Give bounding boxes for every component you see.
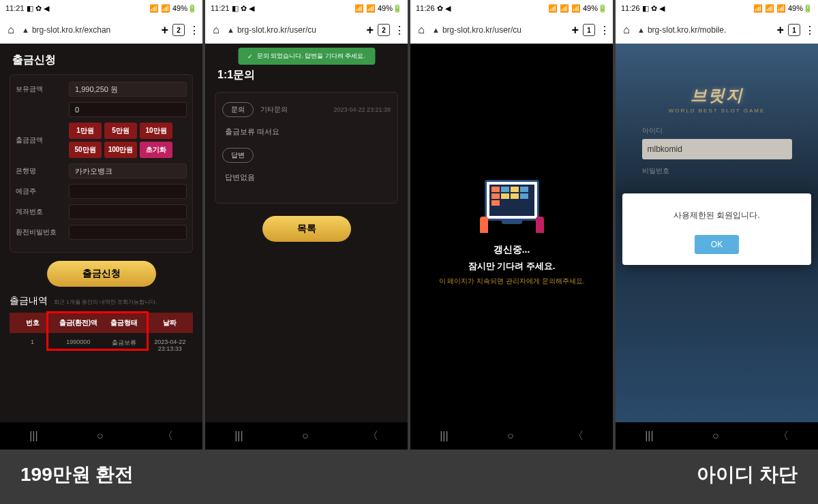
url-bar[interactable]: ▲brg-slot.kro.kr/user/cu (432, 25, 567, 35)
page-title: 출금신청 (10, 49, 193, 74)
amount-btn-10[interactable]: 10만원 (140, 123, 172, 139)
warning-icon: ▲ (227, 26, 234, 34)
status-time: 11:21 (5, 4, 25, 12)
amount-btn-100[interactable]: 100만원 (104, 142, 137, 158)
nav-home[interactable]: ○ (507, 430, 514, 442)
nav-recent[interactable]: ||| (234, 430, 243, 442)
check-icon: ✓ (247, 53, 253, 60)
bank-input[interactable]: 카카오뱅크 (69, 163, 187, 178)
pw-label: 비밀번호 (642, 166, 792, 176)
new-tab-icon[interactable]: + (161, 23, 168, 37)
history-section: 출금내역 최근 1개월 동안의 내역만 조회가능합니다. 번호 출금(환전)액 … (10, 295, 193, 358)
person-icon (536, 217, 544, 233)
status-bar: 11:21 ◧ ✿ ◀ 📶 📶 49%🔋 (0, 0, 202, 16)
tab-count[interactable]: 1 (583, 24, 595, 36)
th-no: 번호 (10, 313, 55, 333)
nav-home[interactable]: ○ (97, 430, 104, 442)
inquiry-message: 출금보류 떠서요 (222, 127, 391, 137)
nav-recent[interactable]: ||| (440, 430, 448, 442)
modal-ok-button[interactable]: OK (695, 235, 739, 254)
new-tab-icon[interactable]: + (776, 23, 784, 37)
nav-back[interactable]: 〈 (367, 429, 378, 443)
amount-label: 출금금액 (16, 136, 63, 145)
phone-screen-4: 11:26 ◧ ✿ ◀ 📶 📶 📶 49%🔋 ⌂ ▲brg-slot.kro.k… (616, 0, 818, 450)
amount-btn-50[interactable]: 50만원 (69, 142, 102, 158)
status-icons-right: 📶 📶 📶 49%🔋 (548, 4, 607, 13)
caption-left: 199만원 환전 (20, 462, 134, 488)
submit-button[interactable]: 출금신청 (47, 261, 156, 287)
loading-text: 갱신중... (494, 244, 530, 256)
status-icons-right: 📶 📶 49%🔋 (149, 4, 197, 13)
inquiry-page: ✓ 문의 되었습니다. 답변을 기다려 주세요. 1:1문의 문의 기타문의 2… (205, 44, 408, 422)
bank-label: 은행명 (16, 166, 63, 176)
caption-right: 아이디 차단 (697, 462, 798, 488)
page-title: 1:1문의 (215, 64, 398, 92)
new-tab-icon[interactable]: + (571, 23, 579, 37)
toast-message: ✓ 문의 되었습니다. 답변을 기다려 주세요. (238, 48, 375, 65)
amount-btn-1[interactable]: 1만원 (69, 123, 102, 139)
person-icon (480, 217, 488, 233)
browser-bar: ⌂ ▲brg-slot.kro.kr/exchan + 2 ⋮ (0, 16, 202, 44)
nav-recent[interactable]: ||| (29, 430, 37, 442)
loading-page: 갱신중... 잠시만 기다려 주세요. 이 페이지가 지속되면 관리자에게 문의… (410, 44, 613, 422)
nav-back[interactable]: 〈 (778, 429, 789, 443)
nav-home[interactable]: ○ (302, 430, 309, 442)
list-button[interactable]: 목록 (262, 216, 351, 242)
amount-btn-reset[interactable]: 초기화 (140, 142, 172, 158)
new-tab-icon[interactable]: + (366, 23, 374, 37)
loading-illustration (474, 180, 549, 234)
home-icon[interactable]: ⌂ (414, 23, 428, 37)
url-bar[interactable]: ▲brg-slot.kro.kr/user/cu (227, 25, 362, 35)
nav-recent[interactable]: ||| (645, 430, 653, 442)
withdraw-form: 보유금액 1,990,250 원 0 출금금액 1만원 5만원 10만원 50만… (10, 74, 193, 253)
home-icon[interactable]: ⌂ (4, 23, 18, 37)
url-text: brg-slot.kro.kr/exchan (32, 25, 110, 35)
nav-bar: ||| ○ 〈 (0, 422, 202, 450)
pwd-input[interactable] (69, 225, 187, 240)
tab-count[interactable]: 2 (378, 24, 390, 36)
status-icons-right: 📶 📶 📶 49%🔋 (753, 4, 813, 13)
browser-bar: ⌂ ▲brg-slot.kro.kr/mobile. + 1 ⋮ (616, 16, 818, 44)
login-form: 아이디 비밀번호 (642, 126, 792, 179)
url-bar[interactable]: ▲brg-slot.kro.kr/exchan (22, 25, 157, 35)
status-icons-left: ◧ ✿ ◀ (27, 4, 49, 13)
status-icons-right: 📶 📶 49%🔋 (354, 4, 402, 13)
home-icon[interactable]: ⌂ (620, 23, 633, 37)
phone-screen-1: 11:21 ◧ ✿ ◀ 📶 📶 49%🔋 ⌂ ▲brg-slot.kro.kr/… (0, 0, 202, 450)
status-time: 11:26 (621, 4, 640, 12)
warning-icon: ▲ (432, 26, 440, 34)
nav-bar: ||| ○ 〈 (205, 422, 408, 450)
td-no: 1 (10, 333, 55, 358)
menu-icon[interactable]: ⋮ (394, 24, 404, 37)
nav-back[interactable]: 〈 (573, 429, 584, 443)
nav-back[interactable]: 〈 (162, 429, 173, 443)
holder-input[interactable] (69, 184, 187, 199)
holder-label: 예금주 (16, 187, 63, 196)
menu-icon[interactable]: ⋮ (189, 24, 198, 37)
tab-count[interactable]: 2 (172, 24, 185, 36)
id-input[interactable] (642, 139, 792, 159)
amount-input[interactable]: 0 (69, 102, 187, 117)
tab-count[interactable]: 1 (788, 24, 800, 36)
account-input[interactable] (69, 204, 187, 219)
history-title: 출금내역 (10, 295, 48, 307)
toast-text: 문의 되었습니다. 답변을 기다려 주세요. (257, 52, 365, 61)
inquiry-date: 2023-04-22 23:21:38 (333, 106, 391, 113)
captions: 199만원 환전 아이디 차단 (0, 450, 818, 500)
inquiry-card: 문의 기타문의 2023-04-22 23:21:38 출금보류 떠서요 답변 … (215, 92, 398, 204)
home-icon[interactable]: ⌂ (209, 23, 223, 37)
status-time: 11:21 (211, 4, 230, 12)
nav-bar: ||| ○ 〈 (616, 422, 818, 450)
url-bar[interactable]: ▲brg-slot.kro.kr/mobile. (637, 25, 772, 35)
nav-home[interactable]: ○ (712, 430, 719, 442)
status-bar: 11:26 ◧ ✿ ◀ 📶 📶 📶 49%🔋 (616, 0, 818, 16)
monitor-icon (485, 180, 539, 221)
history-subtitle: 최근 1개월 동안의 내역만 조회가능합니다. (54, 299, 157, 305)
th-status: 출금형태 (102, 313, 147, 333)
td-amount: 1990000 (55, 333, 101, 358)
login-page: 브릿지 WORLD BEST SLOT GAME 아이디 비밀번호 사용제한된 … (616, 44, 818, 422)
menu-icon[interactable]: ⋮ (804, 24, 814, 37)
status-time: 11:26 (416, 4, 435, 12)
menu-icon[interactable]: ⋮ (599, 24, 609, 37)
amount-btn-5[interactable]: 5만원 (104, 123, 137, 139)
